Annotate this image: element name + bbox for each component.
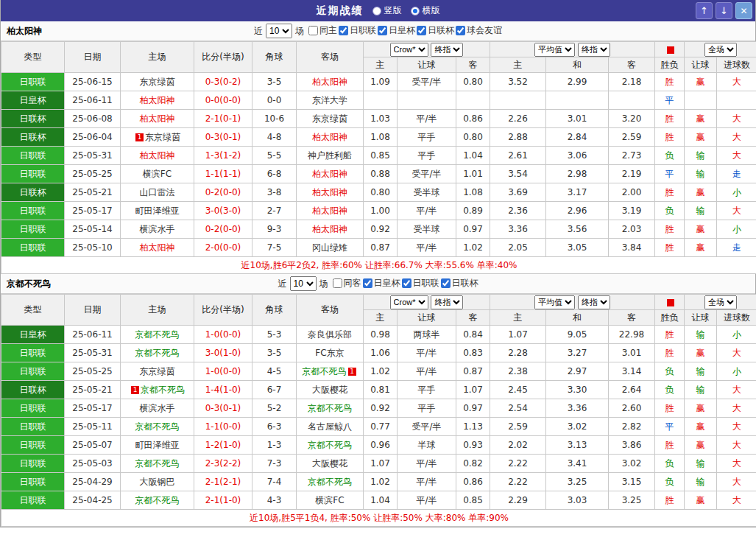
team-link[interactable]: 柏太阳神: [140, 95, 175, 105]
team-link[interactable]: 柏太阳神: [140, 242, 175, 253]
team-link[interactable]: 大阪钢巴: [140, 477, 175, 487]
odds-stage-select[interactable]: 终指: [431, 295, 463, 309]
team-link[interactable]: 横滨水手: [140, 224, 175, 234]
filter-checkbox[interactable]: [363, 278, 372, 288]
filter-日皇杯[interactable]: 日皇杯: [363, 277, 400, 290]
team-link[interactable]: 町田泽维亚: [135, 440, 180, 450]
team-link[interactable]: 京都不死鸟: [308, 403, 352, 413]
team-link[interactable]: 东京绿茵: [140, 366, 175, 376]
team-link[interactable]: 柏太阳神: [312, 132, 347, 142]
team-link[interactable]: 柏太阳神: [312, 206, 347, 216]
filter-checkbox[interactable]: [441, 278, 451, 288]
team-link[interactable]: 京都不死鸟: [135, 329, 180, 340]
team-link[interactable]: 京都不死鸟: [303, 366, 347, 376]
close-button[interactable]: ✕: [735, 2, 752, 19]
average-odds-select[interactable]: 平均值: [534, 43, 575, 57]
team-link[interactable]: 横滨FC: [143, 169, 172, 179]
team-link[interactable]: 京都不死鸟: [308, 440, 352, 450]
avg-away-cell: 3.84: [609, 239, 655, 257]
filter-checkbox[interactable]: [456, 26, 465, 35]
team-link[interactable]: 京都不死鸟: [308, 477, 352, 487]
team-link[interactable]: 东京绿茵: [145, 132, 180, 142]
odds-home-cell: 0.92: [364, 399, 398, 418]
scope-select[interactable]: 全场: [704, 295, 737, 309]
result-goals-cell: 大: [717, 455, 756, 473]
team-link[interactable]: 大阪樱花: [312, 458, 347, 469]
team-link[interactable]: 大阪樱花: [312, 385, 347, 395]
layout-radio-vertical[interactable]: 竖版: [372, 4, 402, 17]
filter-同客[interactable]: 同客: [333, 277, 361, 290]
filter-checkbox[interactable]: [402, 278, 411, 288]
average-odds-select[interactable]: 平均值: [534, 295, 575, 309]
result-wdl-cell: 胜: [655, 183, 685, 202]
filter-checkbox[interactable]: [333, 278, 342, 288]
filter-checkbox[interactable]: [417, 26, 426, 35]
team-link[interactable]: 町田泽维亚: [135, 206, 180, 216]
move-up-button[interactable]: ↑: [696, 2, 713, 19]
odds-handicap-cell: 平手: [398, 399, 456, 418]
result-wdl-cell: 胜: [655, 344, 685, 362]
odds-company-select[interactable]: Crow*: [390, 43, 428, 57]
corner-cell: 7-5: [252, 239, 297, 257]
league-cell: 日职联: [1, 220, 65, 239]
score-cell: 0-3(0-1): [194, 399, 252, 418]
team-link[interactable]: 柏太阳神: [312, 77, 347, 87]
recent-results-panel: 近期战绩 竖版 横版 ↑ ↓ ✕ 柏太阳神 近 10 场 同主日职联日皇杯日联杯…: [0, 0, 756, 527]
result-wdl-cell: 平: [655, 418, 685, 436]
filter-checkbox[interactable]: [308, 26, 318, 35]
team-link[interactable]: 柏太阳神: [312, 169, 347, 179]
team-link[interactable]: 京都不死鸟: [135, 348, 180, 358]
filter-日皇杯[interactable]: 日皇杯: [378, 24, 415, 37]
team-link[interactable]: 京都不死鸟: [141, 385, 185, 395]
avg-away-cell: 2.73: [609, 147, 655, 165]
team-link[interactable]: 神户胜利船: [308, 150, 352, 161]
team-link[interactable]: 山口雷法: [140, 187, 175, 197]
average-stage-select[interactable]: 终指: [578, 295, 610, 309]
team-link[interactable]: 柏太阳神: [140, 150, 175, 161]
date-cell: 25-06-11: [65, 91, 121, 110]
team-link[interactable]: 横滨水手: [140, 403, 175, 413]
league-cell: 日职联: [1, 239, 65, 257]
layout-radio-horizontal[interactable]: 横版: [411, 4, 440, 17]
team-link[interactable]: 柏太阳神: [140, 113, 175, 124]
team-link[interactable]: 京都不死鸟: [135, 495, 180, 505]
filter-日职联[interactable]: 日职联: [339, 24, 376, 37]
team-link[interactable]: 京都不死鸟: [135, 421, 180, 432]
team-link[interactable]: 东京绿茵: [140, 77, 175, 87]
filter-日联杯[interactable]: 日联杯: [417, 24, 454, 37]
team-link[interactable]: 奈良俱乐部: [308, 329, 352, 340]
filter-checkbox[interactable]: [378, 26, 387, 35]
filter-checkbox[interactable]: [339, 26, 348, 35]
scope-select[interactable]: 全场: [704, 43, 737, 57]
result-wdl-cell: 胜: [655, 326, 685, 344]
odds-home-cell: 0.77: [364, 418, 398, 436]
avg-draw-cell: 9.05: [546, 326, 609, 344]
odds-stage-select[interactable]: 终指: [431, 43, 463, 57]
result-goals-cell: 大: [717, 418, 756, 436]
team-link[interactable]: 冈山绿雉: [312, 242, 347, 253]
avg-home-cell: 2.28: [490, 344, 546, 362]
score-cell: 1-0(0-0): [194, 326, 252, 344]
score-cell: 1-4(1-0): [194, 381, 252, 399]
team-link[interactable]: 柏太阳神: [312, 224, 347, 234]
result-wdl-cell: 负: [655, 381, 685, 399]
team-link[interactable]: 京都不死鸟: [135, 458, 180, 469]
league-cell: 日皇杯: [1, 91, 65, 110]
subheader-odds-away: 客: [456, 57, 490, 73]
average-stage-select[interactable]: 终指: [578, 43, 610, 57]
score-cell: 2-1(0-1): [194, 110, 252, 128]
match-count-select[interactable]: 10: [290, 276, 317, 291]
filter-日联杯[interactable]: 日联杯: [441, 277, 478, 290]
odds-company-select[interactable]: Crow*: [390, 295, 428, 309]
team-link[interactable]: FC东京: [315, 348, 344, 358]
filter-日职联[interactable]: 日职联: [402, 277, 439, 290]
match-count-select[interactable]: 10: [266, 24, 292, 38]
team-link[interactable]: 横滨FC: [315, 495, 344, 505]
team-link[interactable]: 柏太阳神: [312, 187, 347, 197]
move-down-button[interactable]: ↓: [716, 2, 732, 19]
team-link[interactable]: 东洋大学: [312, 95, 347, 105]
filter-球会友谊[interactable]: 球会友谊: [456, 24, 502, 37]
team-link[interactable]: 东京绿茵: [312, 113, 347, 124]
team-link[interactable]: 名古屋鲸八: [308, 421, 352, 432]
filter-同主[interactable]: 同主: [308, 24, 337, 37]
